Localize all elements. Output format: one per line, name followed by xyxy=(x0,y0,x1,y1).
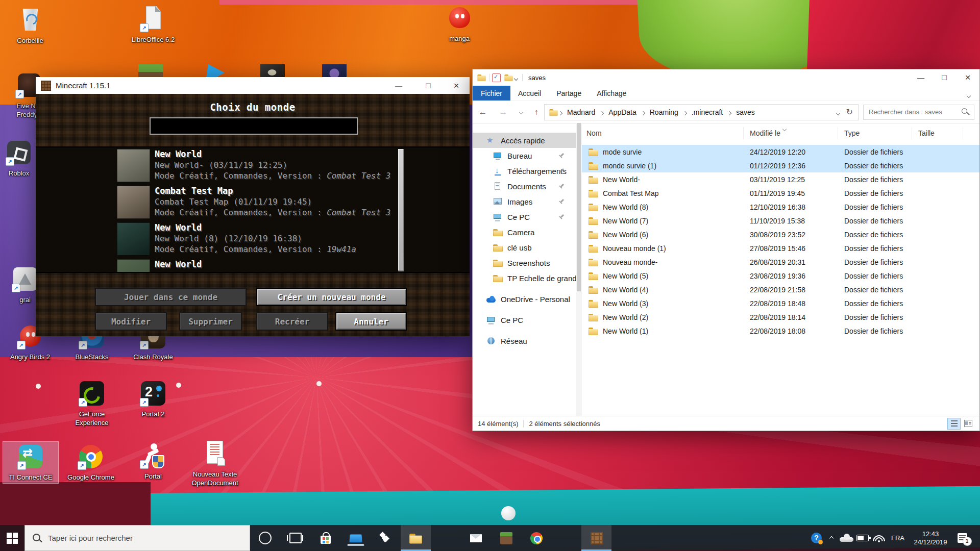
desktop-icon-portal[interactable]: Portal xyxy=(126,441,181,482)
world-list-scrollbar[interactable] xyxy=(398,149,404,271)
play-selected-world-button[interactable]: Jouer dans ce monde xyxy=(95,288,247,306)
desktop-icon-geforce-experience[interactable]: GeForceExperience xyxy=(64,379,119,429)
file-row[interactable]: Combat Test Map01/11/2019 19:45Dossier d… xyxy=(582,186,979,200)
file-row[interactable]: New World (5)23/08/2019 19:36Dossier de … xyxy=(582,269,979,283)
sidebar-item-bureau[interactable]: Bureau xyxy=(473,148,576,163)
world-list-item[interactable]: New WorldNew World- (03/11/19 12:25)Mode… xyxy=(117,149,470,182)
taskbar-search-input[interactable] xyxy=(47,533,250,543)
sidebar-item-reseau[interactable]: Réseau xyxy=(473,333,576,348)
cancel-button[interactable]: Annuler xyxy=(335,312,407,331)
quick-access-customize-chevron[interactable] xyxy=(514,73,518,82)
shadow-taskbar-button[interactable] xyxy=(431,525,461,551)
start-button[interactable] xyxy=(0,525,24,551)
edit-world-button[interactable]: Modifier xyxy=(95,312,167,331)
chrome-taskbar-button[interactable] xyxy=(521,525,551,551)
desktop-icon-corbeille[interactable]: Corbeille xyxy=(7,5,53,46)
file-row[interactable]: New World-03/11/2019 12:25Dossier de fic… xyxy=(582,172,979,186)
minecraft-launcher-taskbar-button[interactable] xyxy=(581,525,611,551)
address-box[interactable]: MadnardAppDataRoaming.minecraftsaves ↻ xyxy=(544,104,859,120)
breadcrumb-item[interactable]: AppData xyxy=(604,108,641,116)
explorer-minimize-button[interactable] xyxy=(909,69,933,86)
file-row[interactable]: mode survie24/12/2019 12:20Dossier de fi… xyxy=(582,145,979,159)
taskbar-search-box[interactable] xyxy=(24,525,250,551)
tab-accueil[interactable]: Accueil xyxy=(510,86,549,101)
minecraft-titlebar[interactable]: Minecraft 1.15.1 xyxy=(36,77,470,94)
clock[interactable]: 12:43 24/12/2019 xyxy=(909,525,952,551)
sidebar-item-acces-rapide[interactable]: Accès rapide xyxy=(473,133,576,148)
file-row[interactable]: Nouveau monde-26/08/2019 20:31Dossier de… xyxy=(582,255,979,269)
quick-access-properties-icon[interactable] xyxy=(492,73,501,82)
file-row[interactable]: New World (6)30/08/2019 23:52Dossier de … xyxy=(582,228,979,241)
file-row[interactable]: New World (3)22/08/2019 18:48Dossier de … xyxy=(582,296,979,310)
explorer-close-button[interactable] xyxy=(956,69,979,86)
column-header-nom[interactable]: Nom xyxy=(582,127,744,139)
forward-button[interactable]: → xyxy=(499,108,508,116)
cortana-taskbar-button[interactable] xyxy=(250,525,280,551)
sort-direction-icon[interactable] xyxy=(783,124,786,132)
help-tray-button[interactable] xyxy=(808,525,825,551)
column-header-modifie-le[interactable]: Modifié le xyxy=(744,127,838,139)
details-view-button[interactable] xyxy=(948,418,960,429)
file-row[interactable]: New World (1)22/08/2019 18:08Dossier de … xyxy=(582,324,979,338)
explorer-maximize-button[interactable] xyxy=(933,69,956,86)
show-hidden-icons-button[interactable] xyxy=(825,525,838,551)
breadcrumb-item[interactable]: Madnard xyxy=(562,108,600,116)
explorer-titlebar[interactable]: saves xyxy=(473,69,979,86)
recreate-world-button[interactable]: Recréer xyxy=(256,312,328,331)
explorer-search-input[interactable] xyxy=(868,108,961,116)
sidebar-item-cle-usb[interactable]: clé usb xyxy=(473,240,576,255)
address-dropdown-chevron[interactable] xyxy=(837,108,840,116)
desktop-icon-roblox[interactable]: Roblox xyxy=(0,138,38,179)
back-button[interactable]: ← xyxy=(479,108,487,116)
delete-world-button[interactable]: Supprimer xyxy=(179,312,242,331)
minecraft-maximize-button[interactable] xyxy=(413,77,443,94)
up-button[interactable]: ↑ xyxy=(534,108,538,116)
world-list-item[interactable]: New WorldNew World (8) (12/10/19 16:38)M… xyxy=(117,222,470,256)
pc-taskbar-button[interactable] xyxy=(340,525,371,551)
explorer-search-box[interactable] xyxy=(863,105,974,120)
tab-affichage[interactable]: Affichage xyxy=(589,86,634,101)
tab-partage[interactable]: Partage xyxy=(549,86,589,101)
search-icon[interactable] xyxy=(961,108,970,116)
file-row[interactable]: New World (2)22/08/2019 18:14Dossier de … xyxy=(582,310,979,324)
explorer-taskbar-button[interactable] xyxy=(401,525,431,551)
battery-tray-button[interactable] xyxy=(854,525,871,551)
sidebar-scrollbar[interactable] xyxy=(576,123,582,416)
tab-fichier[interactable]: Fichier xyxy=(473,86,510,101)
network-tray-button[interactable] xyxy=(871,525,887,551)
sidebar-item-ce-pc[interactable]: Ce PC xyxy=(473,312,576,328)
large-icons-view-button[interactable] xyxy=(962,418,974,429)
sidebar-item-telechargements[interactable]: Téléchargements xyxy=(473,163,576,179)
world-list-item[interactable]: New WorldNew World (6) (30/08/19 23:52) xyxy=(117,259,470,273)
breadcrumb-item[interactable]: Roaming xyxy=(645,108,683,116)
desktop-icon-libreoffice[interactable]: LibreOffice 6.2 xyxy=(122,4,184,45)
language-indicator[interactable]: FRA xyxy=(887,525,909,551)
desktop-icon-ti-connect-ce[interactable]: TI Connect CE xyxy=(3,442,58,483)
onedrive-tray-button[interactable] xyxy=(838,525,854,551)
column-header-type[interactable]: Type xyxy=(838,127,912,139)
dropbox-taskbar-button[interactable] xyxy=(371,525,401,551)
sidebar-item-camera[interactable]: Camera xyxy=(473,224,576,240)
file-row[interactable]: New World (8)12/10/2019 16:38Dossier de … xyxy=(582,200,979,214)
file-row[interactable]: New World (7)11/10/2019 15:38Dossier de … xyxy=(582,214,979,228)
sidebar-item-documents[interactable]: Documents xyxy=(473,179,576,194)
desktop-icon-manga[interactable]: manga xyxy=(434,3,485,44)
refresh-icon[interactable]: ↻ xyxy=(846,107,853,117)
desktop-icon-google-chrome[interactable]: Google Chrome xyxy=(63,442,118,483)
minecraft-minimize-button[interactable] xyxy=(384,77,413,94)
create-new-world-button[interactable]: Créer un nouveau monde xyxy=(256,288,407,306)
sidebar-item-onedrive-personal[interactable]: OneDrive - Personal xyxy=(473,291,576,307)
sidebar-item-ce-pc[interactable]: Ce PC xyxy=(473,209,576,224)
store-taskbar-button[interactable] xyxy=(310,525,340,551)
notification-center-button[interactable]: 1 xyxy=(952,525,977,551)
quick-access-new-folder-icon[interactable] xyxy=(504,74,512,81)
minecraft-close-button[interactable] xyxy=(443,77,470,94)
sidebar-item-images[interactable]: Images xyxy=(473,194,576,209)
world-search-input[interactable] xyxy=(150,117,358,135)
desktop-icon-portal-2[interactable]: Portal 2 xyxy=(126,379,181,420)
file-row[interactable]: New World (4)22/08/2019 21:58Dossier de … xyxy=(582,283,979,296)
task-view-taskbar-button[interactable] xyxy=(280,525,310,551)
column-header-taille[interactable]: Taille xyxy=(912,127,963,139)
edge-taskbar-button[interactable] xyxy=(551,525,581,551)
breadcrumb-item[interactable]: saves xyxy=(731,108,760,116)
